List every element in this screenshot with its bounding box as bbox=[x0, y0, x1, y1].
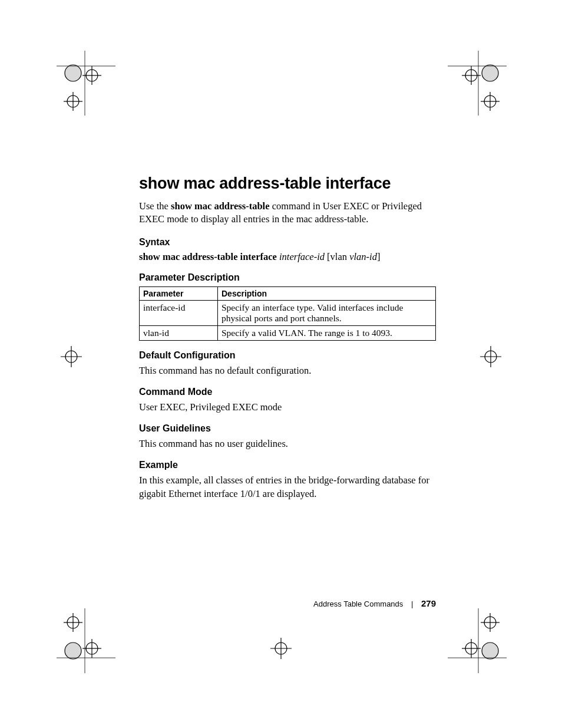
cell-param: interface-id bbox=[140, 300, 218, 325]
registration-mark-icon bbox=[57, 51, 115, 116]
default-heading: Default Configuration bbox=[139, 350, 436, 361]
syntax-line: show mac address-table interface interfa… bbox=[139, 251, 436, 263]
registration-mark-icon bbox=[476, 342, 505, 371]
example-heading: Example bbox=[139, 460, 436, 470]
table-row: vlan-id Specify a valid VLAN. The range … bbox=[140, 325, 436, 340]
footer-separator: | bbox=[411, 599, 413, 608]
syntax-arg1: interface-id bbox=[279, 251, 325, 262]
cell-desc: Specify an interface type. Valid interfa… bbox=[218, 300, 436, 325]
example-body: In this example, all classes of entries … bbox=[139, 474, 436, 500]
syntax-close: ] bbox=[377, 251, 381, 262]
registration-mark-icon bbox=[57, 342, 86, 371]
mode-body: User EXEC, Privileged EXEC mode bbox=[139, 401, 436, 414]
svg-point-1 bbox=[65, 65, 81, 81]
cell-desc: Specify a valid VLAN. The range is 1 to … bbox=[218, 325, 436, 340]
footer-section: Address Table Commands bbox=[313, 599, 403, 608]
registration-mark-icon bbox=[266, 634, 296, 663]
intro-pre: Use the bbox=[139, 200, 171, 212]
registration-mark-icon bbox=[448, 51, 507, 116]
cell-param: vlan-id bbox=[140, 325, 218, 340]
guidelines-heading: User Guidelines bbox=[139, 423, 436, 434]
syntax-arg2: vlan-id bbox=[349, 251, 377, 262]
syntax-vlan: [vlan bbox=[325, 251, 349, 262]
guidelines-body: This command has no user guidelines. bbox=[139, 437, 436, 450]
registration-mark-icon bbox=[57, 608, 115, 673]
svg-point-11 bbox=[482, 65, 498, 81]
col-description: Description bbox=[218, 286, 436, 300]
registration-mark-icon bbox=[448, 608, 507, 673]
footer-page-number: 279 bbox=[421, 598, 436, 608]
table-row: interface-id Specify an interface type. … bbox=[140, 300, 436, 325]
svg-point-45 bbox=[482, 643, 498, 659]
svg-point-35 bbox=[65, 643, 81, 659]
table-header-row: Parameter Description bbox=[140, 286, 436, 300]
intro-bold: show mac address-table bbox=[171, 200, 269, 212]
intro-paragraph: Use the show mac address-table command i… bbox=[139, 200, 436, 226]
page-content: show mac address-table interface Use the… bbox=[139, 174, 436, 505]
syntax-cmd: show mac address-table interface bbox=[139, 251, 279, 262]
param-table: Parameter Description interface-id Speci… bbox=[139, 286, 436, 341]
page-title: show mac address-table interface bbox=[139, 174, 436, 193]
param-heading: Parameter Description bbox=[139, 272, 436, 283]
page-footer: Address Table Commands | 279 bbox=[139, 598, 436, 608]
default-body: This command has no default configuratio… bbox=[139, 364, 436, 377]
syntax-heading: Syntax bbox=[139, 237, 436, 248]
col-parameter: Parameter bbox=[140, 286, 218, 300]
mode-heading: Command Mode bbox=[139, 387, 436, 397]
